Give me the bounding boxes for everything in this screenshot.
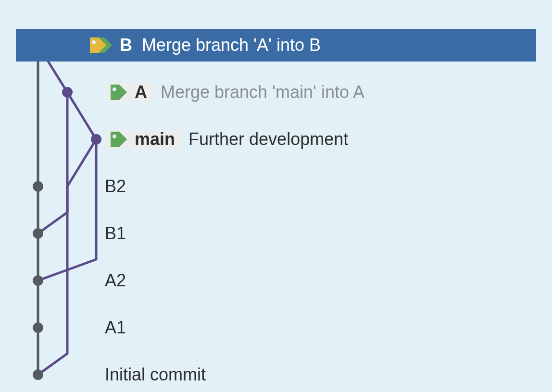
commit-message: Merge branch 'main' into A	[161, 84, 364, 101]
commit-row-content: mainFurther development	[16, 123, 348, 156]
commit-message: Merge branch 'A' into B	[142, 37, 321, 54]
commit-message: A2	[105, 272, 126, 289]
commit-row-content: AMerge branch 'main' into A	[16, 76, 364, 109]
graph-edge	[38, 92, 67, 233]
branch-tag-label: A	[135, 84, 147, 101]
commit-row-content: Initial commit	[16, 358, 206, 391]
branch-tag-label: main	[135, 131, 175, 148]
commit-row[interactable]: mainFurther development	[16, 123, 536, 156]
git-log-view: BMerge branch 'A' into B AMerge branch '…	[16, 29, 536, 375]
commit-row[interactable]: A2	[16, 264, 536, 297]
commit-row[interactable]: A1	[16, 311, 536, 344]
commit-message: A1	[105, 319, 126, 336]
branch-tag[interactable]: B	[88, 36, 135, 55]
commit-message: Further development	[188, 131, 348, 148]
commit-message: B1	[105, 225, 126, 242]
tag-icon	[88, 37, 115, 54]
commit-row-content: A2	[16, 264, 126, 297]
commit-row[interactable]: B1	[16, 217, 536, 250]
commit-row-content: A1	[16, 311, 126, 344]
commit-row-content: B2	[16, 170, 126, 203]
commit-row[interactable]: B2	[16, 170, 536, 203]
tag-icon	[109, 84, 130, 101]
commit-row[interactable]: Initial commit	[16, 358, 536, 391]
commit-row-content: B1	[16, 217, 126, 250]
svg-point-2	[113, 87, 116, 91]
branch-tag[interactable]: A	[105, 83, 154, 102]
tag-icon	[109, 131, 130, 148]
commit-row[interactable]: AMerge branch 'main' into A	[16, 76, 536, 109]
commit-row[interactable]: BMerge branch 'A' into B	[16, 29, 536, 61]
commit-message: B2	[105, 178, 126, 195]
branch-tag[interactable]: main	[105, 130, 182, 149]
commit-row-content: BMerge branch 'A' into B	[16, 29, 321, 61]
svg-point-3	[113, 135, 116, 138]
branch-tag-label: B	[120, 37, 132, 54]
svg-point-1	[92, 40, 96, 44]
commit-message: Initial commit	[105, 366, 206, 383]
